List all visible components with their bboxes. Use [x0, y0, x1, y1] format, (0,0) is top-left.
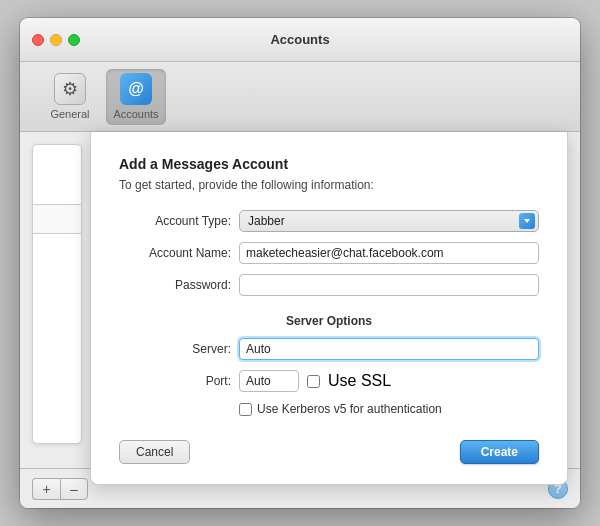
use-ssl-label: Use SSL: [328, 372, 391, 390]
password-label: Password:: [119, 278, 239, 292]
account-type-control: Jabber AIM Google Talk iCloud Bonjour: [239, 210, 539, 232]
kerberos-label: Use Kerberos v5 for authentication: [257, 402, 442, 416]
bg-panel-1: [32, 144, 82, 444]
toolbar-btn-accounts[interactable]: @ Accounts: [106, 69, 166, 125]
accounts-icon: @: [120, 73, 152, 105]
account-name-input[interactable]: [239, 242, 539, 264]
port-input[interactable]: [239, 370, 299, 392]
window-title: Accounts: [270, 32, 329, 47]
account-type-select[interactable]: Jabber AIM Google Talk iCloud Bonjour: [239, 210, 539, 232]
toolbar-btn-general[interactable]: ⚙ General: [40, 69, 100, 125]
traffic-lights: [32, 34, 80, 46]
button-row: Cancel Create: [119, 436, 539, 464]
server-input[interactable]: [239, 338, 539, 360]
toolbar: ⚙ General @ Accounts: [20, 62, 580, 132]
kerberos-checkbox[interactable]: [239, 403, 252, 416]
sheet-title: Add a Messages Account: [119, 156, 539, 172]
add-account-button[interactable]: +: [32, 478, 60, 500]
password-control: [239, 274, 539, 296]
port-label: Port:: [119, 374, 239, 388]
server-options-header: Server Options: [119, 314, 539, 328]
main-window: Accounts ⚙ General @ Accounts Add a Mess…: [20, 18, 580, 508]
server-label: Server:: [119, 342, 239, 356]
server-row: Server:: [119, 338, 539, 360]
account-type-label: Account Type:: [119, 214, 239, 228]
kerberos-row: Use Kerberos v5 for authentication: [119, 402, 539, 416]
toolbar-btn-accounts-label: Accounts: [113, 108, 158, 120]
bg-panel-2: [32, 204, 82, 234]
port-row: Port: Use SSL: [119, 370, 539, 392]
kerberos-checkbox-row: Use Kerberos v5 for authentication: [239, 402, 442, 416]
remove-account-button[interactable]: –: [60, 478, 88, 500]
add-account-sheet: Add a Messages Account To get started, p…: [90, 132, 568, 485]
general-icon: ⚙: [54, 73, 86, 105]
minimize-button[interactable]: [50, 34, 62, 46]
account-name-label: Account Name:: [119, 246, 239, 260]
account-name-control: [239, 242, 539, 264]
server-control: [239, 338, 539, 360]
bottom-controls: + –: [32, 478, 88, 500]
create-button[interactable]: Create: [460, 440, 539, 464]
account-type-select-wrapper: Jabber AIM Google Talk iCloud Bonjour: [239, 210, 539, 232]
maximize-button[interactable]: [68, 34, 80, 46]
title-bar: Accounts: [20, 18, 580, 62]
port-control: Use SSL: [239, 370, 539, 392]
password-input[interactable]: [239, 274, 539, 296]
sheet-subtitle: To get started, provide the following in…: [119, 178, 539, 192]
close-button[interactable]: [32, 34, 44, 46]
toolbar-btn-general-label: General: [50, 108, 89, 120]
account-name-row: Account Name:: [119, 242, 539, 264]
content-area: Add a Messages Account To get started, p…: [20, 132, 580, 468]
password-row: Password:: [119, 274, 539, 296]
account-type-row: Account Type: Jabber AIM Google Talk iCl…: [119, 210, 539, 232]
cancel-button[interactable]: Cancel: [119, 440, 190, 464]
use-ssl-checkbox[interactable]: [307, 375, 320, 388]
